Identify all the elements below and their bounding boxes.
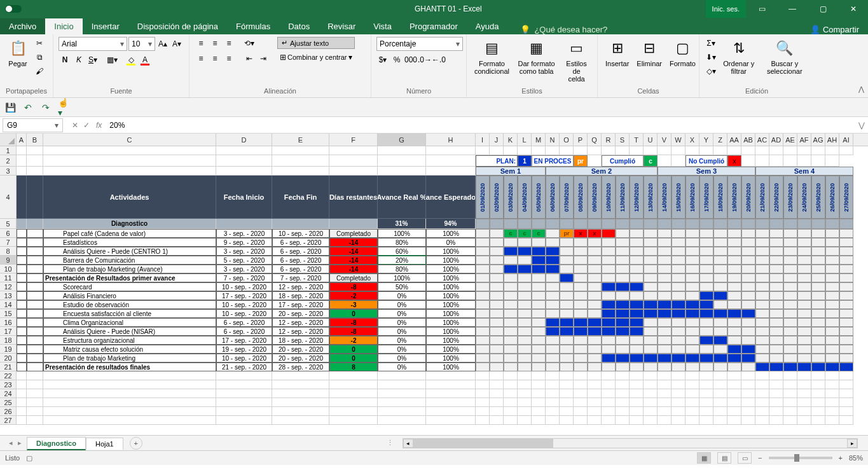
format-cells-button[interactable]: ▢Formato <box>667 37 698 69</box>
col-header-AA[interactable]: AA <box>727 134 741 146</box>
col-header-Z[interactable]: Z <box>713 134 727 146</box>
row-header-27[interactable]: 27 <box>0 416 17 425</box>
tab-help[interactable]: Ayuda <box>467 18 508 34</box>
zoom-value[interactable]: 85% <box>849 454 863 462</box>
row-header-24[interactable]: 24 <box>0 389 17 398</box>
row-header-25[interactable]: 25 <box>0 398 17 407</box>
sheet-nav-next-icon[interactable]: ▸ <box>18 439 22 447</box>
row-header-7[interactable]: 7 <box>0 238 17 247</box>
col-header-I[interactable]: I <box>476 134 490 146</box>
align-left-icon[interactable]: ≡ <box>195 52 207 65</box>
col-header-M[interactable]: M <box>532 134 546 146</box>
tell-me-search[interactable]: 💡 ¿Qué desea hacer? <box>520 25 607 34</box>
col-header-E[interactable]: E <box>272 134 329 146</box>
tab-layout[interactable]: Disposición de página <box>128 18 227 34</box>
font-name-combo[interactable]: Arial▾ <box>59 37 127 51</box>
tab-home[interactable]: Inicio <box>45 18 82 34</box>
bold-icon[interactable]: N <box>59 53 71 66</box>
macro-record-icon[interactable]: ▢ <box>26 454 32 462</box>
autosum-icon[interactable]: Σ▾ <box>705 37 717 50</box>
orientation-icon[interactable]: ⟲▾ <box>243 37 256 50</box>
add-sheet-icon[interactable]: + <box>130 437 142 450</box>
fx-icon[interactable]: fx <box>96 121 102 130</box>
col-header-G[interactable]: G <box>378 134 426 146</box>
touch-mouse-icon[interactable]: ☝▾ <box>57 101 70 114</box>
page-break-view-icon[interactable]: ▭ <box>738 452 752 464</box>
row-header-9[interactable]: 9 <box>0 256 17 265</box>
autosave-toggle[interactable] <box>5 5 22 13</box>
share-button[interactable]: 👤 Compartir <box>810 25 859 34</box>
tab-developer[interactable]: Programador <box>401 18 467 34</box>
tab-review[interactable]: Revisar <box>319 18 364 34</box>
enter-formula-icon[interactable]: ✓ <box>83 121 90 130</box>
col-header-Q[interactable]: Q <box>588 134 602 146</box>
tab-view[interactable]: Vista <box>364 18 401 34</box>
row-header-3[interactable]: 3 <box>0 167 17 176</box>
sort-filter-button[interactable]: ⇅Ordenar y filtrar <box>720 37 758 76</box>
align-center-icon[interactable]: ≡ <box>209 52 221 65</box>
decrease-font-icon[interactable]: A▾ <box>170 38 183 50</box>
cut-icon[interactable]: ✂ <box>33 37 46 50</box>
underline-icon[interactable]: S▾ <box>86 53 99 66</box>
tab-file[interactable]: Archivo <box>0 18 45 34</box>
col-header-B[interactable]: B <box>27 134 43 146</box>
col-header-X[interactable]: X <box>685 134 699 146</box>
col-header-J[interactable]: J <box>490 134 504 146</box>
fill-color-icon[interactable]: ◇ <box>125 53 137 66</box>
col-header-AB[interactable]: AB <box>741 134 755 146</box>
fill-icon[interactable]: ⬇▾ <box>705 51 717 64</box>
row-header-1[interactable]: 1 <box>0 146 17 155</box>
formula-input[interactable]: 20% <box>106 121 855 130</box>
col-header-R[interactable]: R <box>602 134 616 146</box>
align-bottom-icon[interactable]: ≡ <box>223 37 235 50</box>
row-header-6[interactable]: 6 <box>0 229 17 238</box>
row-header-4[interactable]: 4 <box>0 176 17 219</box>
col-header-N[interactable]: N <box>546 134 560 146</box>
insert-cells-button[interactable]: ⊞Insertar <box>603 37 631 69</box>
row-header-21[interactable]: 21 <box>0 363 17 371</box>
increase-decimal-icon[interactable]: .0→ <box>418 53 431 66</box>
col-header-U[interactable]: U <box>644 134 658 146</box>
sheet-tab-diagnostico[interactable]: Diagnostico <box>27 437 86 450</box>
tab-data[interactable]: Datos <box>279 18 319 34</box>
delete-cells-button[interactable]: ⊟Eliminar <box>634 37 665 69</box>
cell-styles-button[interactable]: ▭Estilos de celda <box>561 37 592 84</box>
align-right-icon[interactable]: ≡ <box>223 52 235 65</box>
name-box[interactable]: G9▾ <box>3 118 63 132</box>
row-header-16[interactable]: 16 <box>0 318 17 327</box>
horizontal-scrollbar[interactable]: ◂ ▸ <box>403 438 858 448</box>
increase-indent-icon[interactable]: ⇥ <box>257 52 270 65</box>
ribbon-options-icon[interactable]: ▭ <box>747 0 776 18</box>
row-header-11[interactable]: 11 <box>0 273 17 282</box>
col-header-P[interactable]: P <box>574 134 588 146</box>
tab-insert[interactable]: Insertar <box>83 18 128 34</box>
zoom-slider[interactable] <box>769 457 832 459</box>
format-painter-icon[interactable]: 🖌 <box>33 65 46 78</box>
col-header-AG[interactable]: AG <box>811 134 825 146</box>
row-header-13[interactable]: 13 <box>0 291 17 300</box>
row-header-26[interactable]: 26 <box>0 407 17 416</box>
merge-center-button[interactable]: ⊞ Combinar y centrar ▾ <box>277 52 355 63</box>
select-all-button[interactable] <box>0 134 17 146</box>
col-header-C[interactable]: C <box>43 134 216 146</box>
zoom-out-icon[interactable]: − <box>758 454 762 462</box>
row-header-20[interactable]: 20 <box>0 354 17 363</box>
col-header-F[interactable]: F <box>329 134 378 146</box>
page-layout-view-icon[interactable]: ▤ <box>717 452 731 464</box>
paste-button[interactable]: 📋 Pegar <box>5 37 31 69</box>
col-header-K[interactable]: K <box>504 134 518 146</box>
col-header-AH[interactable]: AH <box>825 134 839 146</box>
font-color-icon[interactable]: A <box>139 53 151 66</box>
normal-view-icon[interactable]: ▦ <box>697 452 711 464</box>
minimize-icon[interactable]: ― <box>778 0 807 18</box>
tab-formulas[interactable]: Fórmulas <box>227 18 279 34</box>
sheet-nav-prev-icon[interactable]: ◂ <box>9 439 13 447</box>
collapse-ribbon-icon[interactable]: ⋀ <box>858 85 864 93</box>
conditional-format-button[interactable]: ▤Formato condicional <box>472 37 512 76</box>
redo-icon[interactable]: ↷ <box>39 101 52 114</box>
expand-formula-bar-icon[interactable]: ⋁ <box>855 121 868 130</box>
comma-format-icon[interactable]: 000 <box>404 53 417 66</box>
col-header-D[interactable]: D <box>216 134 272 146</box>
border-icon[interactable]: ▦▾ <box>106 53 118 66</box>
col-header-H[interactable]: H <box>426 134 476 146</box>
